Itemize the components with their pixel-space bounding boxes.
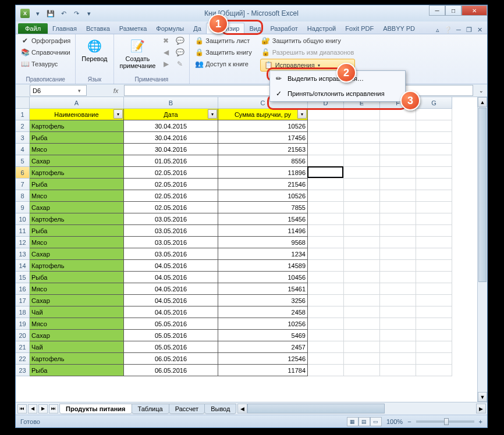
cell-C19[interactable]: 10256: [218, 318, 308, 330]
new-comment-button[interactable]: 📝 Создать примечание: [118, 35, 158, 70]
scroll-right-button[interactable]: ▶: [476, 404, 486, 413]
cell-C11[interactable]: 11496: [218, 225, 308, 237]
cell-A8[interactable]: Мясо: [30, 190, 124, 202]
cell-D9[interactable]: [308, 202, 344, 213]
cell-B2[interactable]: 30.04.2015: [124, 120, 218, 132]
cell-D23[interactable]: [308, 365, 344, 376]
cell-F18[interactable]: [380, 306, 416, 318]
tab-view[interactable]: Вид: [244, 23, 265, 34]
sheet-next-button[interactable]: ▶: [38, 404, 48, 413]
cell-A14[interactable]: Картофель: [30, 260, 124, 272]
thesaurus-button[interactable]: 📖Тезаурус: [19, 59, 72, 69]
sheet-tab-0[interactable]: Продукты питания: [59, 404, 132, 414]
row-header-5[interactable]: 5: [16, 155, 30, 167]
cell-F9[interactable]: [380, 202, 416, 213]
row-header-21[interactable]: 21: [16, 341, 30, 353]
cell-A18[interactable]: Чай: [30, 306, 124, 318]
cell-C16[interactable]: 15461: [218, 283, 308, 295]
cell-C3[interactable]: 17456: [218, 132, 308, 144]
sheet-first-button[interactable]: ⏮: [17, 404, 27, 413]
tab-layout[interactable]: Разметка: [115, 23, 152, 34]
cell-G6[interactable]: [416, 167, 452, 179]
cell-G7[interactable]: [416, 179, 452, 190]
share-workbook-button[interactable]: 👥Доступ к книге: [193, 59, 253, 69]
page-layout-button[interactable]: ▤: [359, 417, 370, 426]
sheet-tab-1[interactable]: Таблица: [132, 404, 169, 414]
cell-F17[interactable]: [380, 295, 416, 306]
cell-D15[interactable]: [308, 272, 344, 283]
sheet-tab-3[interactable]: Вывод: [204, 404, 236, 414]
cell-A10[interactable]: Картофель: [30, 213, 124, 225]
close-button[interactable]: ✕: [462, 5, 487, 16]
cell-A6[interactable]: Картофель: [30, 167, 124, 179]
row-header-2[interactable]: 2: [16, 120, 30, 132]
cell-E5[interactable]: [344, 155, 380, 167]
cell-C14[interactable]: 14589: [218, 260, 308, 272]
cell-G9[interactable]: [416, 202, 452, 213]
cell-G20[interactable]: [416, 330, 452, 341]
cell-D4[interactable]: [308, 144, 344, 155]
cell-C13[interactable]: 1234: [218, 248, 308, 260]
cell-D8[interactable]: [308, 190, 344, 202]
sheet-prev-button[interactable]: ◀: [28, 404, 37, 413]
name-box-dropdown-icon[interactable]: ▾: [74, 88, 84, 94]
cell-A22[interactable]: Картофель: [30, 353, 124, 365]
cell-G22[interactable]: [416, 353, 452, 365]
cell-G12[interactable]: [416, 237, 452, 248]
scroll-up-button[interactable]: ▲: [478, 97, 487, 107]
row-header-22[interactable]: 22: [16, 353, 30, 365]
cell-B5[interactable]: 01.05.2016: [124, 155, 218, 167]
cell-F14[interactable]: [380, 260, 416, 272]
cell-E21[interactable]: [344, 341, 380, 353]
cell-G4[interactable]: [416, 144, 452, 155]
zoom-out-button[interactable]: −: [407, 418, 411, 425]
cell-G2[interactable]: [416, 120, 452, 132]
cell-A16[interactable]: Мясо: [30, 283, 124, 295]
row-header-15[interactable]: 15: [16, 272, 30, 283]
cell-D22[interactable]: [308, 353, 344, 365]
cell-G1[interactable]: [416, 109, 452, 120]
cell-D3[interactable]: [308, 132, 344, 144]
select-all-corner[interactable]: [16, 97, 30, 109]
cell-G17[interactable]: [416, 295, 452, 306]
cell-C2[interactable]: 10526: [218, 120, 308, 132]
cell-C10[interactable]: 15456: [218, 213, 308, 225]
row-header-11[interactable]: 11: [16, 225, 30, 237]
cell-E18[interactable]: [344, 306, 380, 318]
cell-A12[interactable]: Мясо: [30, 237, 124, 248]
tab-foxit[interactable]: Foxit PDF: [340, 23, 378, 34]
cell-D11[interactable]: [308, 225, 344, 237]
cell-F11[interactable]: [380, 225, 416, 237]
minimize-ribbon-icon[interactable]: ▵: [434, 26, 442, 34]
row-header-17[interactable]: 17: [16, 295, 30, 306]
maximize-button[interactable]: □: [445, 5, 462, 16]
cell-E23[interactable]: [344, 365, 380, 376]
col-header-G[interactable]: G: [416, 97, 452, 109]
cell-E17[interactable]: [344, 295, 380, 306]
cell-E3[interactable]: [344, 132, 380, 144]
cell-F8[interactable]: [380, 190, 416, 202]
cell-E7[interactable]: [344, 179, 380, 190]
header-cell-C[interactable]: Сумма выручки, ру▾: [218, 109, 308, 120]
cell-B6[interactable]: 02.05.2016: [124, 167, 218, 179]
doc-minimize-icon[interactable]: ─: [455, 26, 463, 34]
sheet-tab-2[interactable]: Рассчет: [169, 404, 205, 414]
row-header-12[interactable]: 12: [16, 237, 30, 248]
cell-F22[interactable]: [380, 353, 416, 365]
cell-F15[interactable]: [380, 272, 416, 283]
cell-F16[interactable]: [380, 283, 416, 295]
hscroll-thumb[interactable]: [247, 404, 385, 413]
zoom-slider-thumb[interactable]: [444, 418, 449, 425]
qat-dropdown-icon[interactable]: ▾: [32, 8, 44, 19]
protect-share-button[interactable]: 🔐Защитить общую книгу: [260, 35, 356, 46]
row-header-18[interactable]: 18: [16, 306, 30, 318]
tab-addins[interactable]: Надстрой: [303, 23, 340, 34]
cell-C20[interactable]: 5469: [218, 330, 308, 341]
vscroll-thumb[interactable]: [478, 108, 487, 282]
fx-button[interactable]: fx: [110, 87, 122, 94]
track-changes-button[interactable]: 📋Исправления▾: [260, 59, 356, 72]
filter-button-B[interactable]: ▾: [208, 109, 217, 119]
cell-B12[interactable]: 03.05.2016: [124, 237, 218, 248]
tab-abbyy[interactable]: ABBYY PD: [378, 23, 420, 34]
cell-B10[interactable]: 03.05.2016: [124, 213, 218, 225]
